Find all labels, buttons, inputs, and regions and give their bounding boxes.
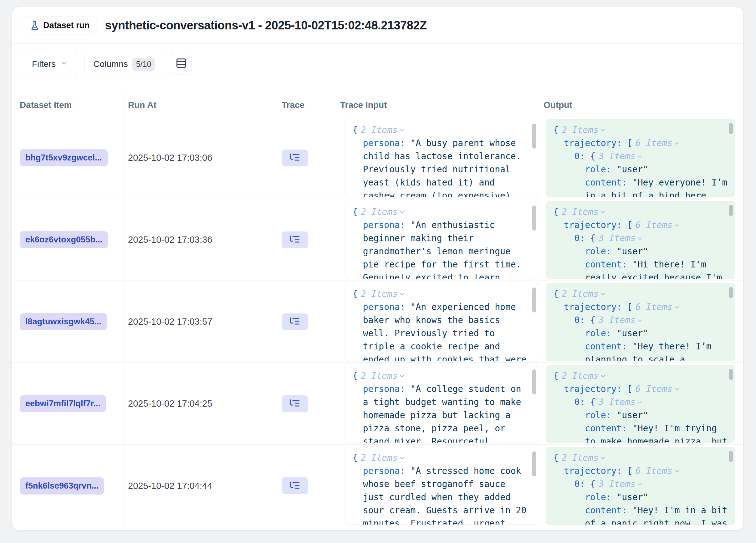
json-key: persona: <box>363 220 405 230</box>
json-content-line: content: "Hi there! I'm really excited b… <box>553 258 730 279</box>
json-collapse-chevron-icon[interactable] <box>674 302 680 312</box>
columns-button[interactable]: Columns 5/10 <box>84 53 164 75</box>
json-items-count[interactable]: 2 Items <box>361 371 398 381</box>
json-items-count[interactable]: 2 Items <box>361 125 398 135</box>
json-collapse-chevron-icon[interactable] <box>637 315 643 325</box>
json-collapse-chevron-icon[interactable] <box>674 384 680 394</box>
json-collapse-chevron-icon[interactable] <box>637 397 643 407</box>
json-items-count[interactable]: 2 Items <box>562 371 599 381</box>
json-trajectory-line: trajectory: [6 Items <box>553 382 730 396</box>
flask-icon <box>30 21 39 30</box>
json-collapse-chevron-icon[interactable] <box>674 220 680 230</box>
json-content-line: content: "Hey everyone! I’m in a bit of … <box>553 176 730 197</box>
json-root-line: {2 Items <box>352 369 529 382</box>
table-row: l8agtuwxisgwk45... 2025-10-02 17:03:57 <box>12 281 743 363</box>
table-header-row: Dataset Item Run At Trace Trace Input Ou… <box>12 93 743 117</box>
json-items-count[interactable]: 3 Items <box>599 233 636 243</box>
json-items-count[interactable]: 2 Items <box>562 207 599 217</box>
json-role-line: role: "user" <box>553 409 730 422</box>
json-collapse-chevron-icon[interactable] <box>399 371 405 381</box>
scrollbar-thumb[interactable] <box>532 451 536 476</box>
scrollbar-thumb[interactable] <box>729 205 733 216</box>
open-trace-button[interactable] <box>282 150 308 167</box>
json-role-line: role: "user" <box>553 491 730 504</box>
scrollbar-thumb[interactable] <box>532 369 536 394</box>
json-collapse-chevron-icon[interactable] <box>399 125 405 135</box>
scrollbar-thumb[interactable] <box>532 287 536 312</box>
dataset-item-id-badge[interactable]: ek6oz6vtoxg055b... <box>20 231 108 249</box>
open-trace-button[interactable] <box>282 477 308 494</box>
output-json-viewer[interactable]: {2 Items trajectory: [6 Items 0: {3 Item… <box>546 201 735 279</box>
scrollbar-thumb[interactable] <box>532 206 536 231</box>
json-collapse-chevron-icon[interactable] <box>600 371 606 381</box>
open-trace-button[interactable] <box>282 313 308 330</box>
json-items-count[interactable]: 6 Items <box>636 384 672 394</box>
trace-input-json-viewer[interactable]: {2 Items persona: "An enthusiastic begin… <box>345 201 538 279</box>
json-items-count[interactable]: 6 Items <box>636 302 672 312</box>
json-collapse-chevron-icon[interactable] <box>399 207 405 217</box>
json-items-count[interactable]: 2 Items <box>361 453 398 463</box>
scrollbar-thumb[interactable] <box>532 124 536 149</box>
table-row: eebwi7mfil7lqlf7r... 2025-10-02 17:04:25 <box>12 363 743 445</box>
json-collapse-chevron-icon[interactable] <box>600 289 606 299</box>
run-at-timestamp: 2025-10-02 17:03:36 <box>128 235 212 245</box>
json-items-count[interactable]: 2 Items <box>562 289 599 299</box>
json-collapse-chevron-icon[interactable] <box>637 479 643 489</box>
scrollbar-thumb[interactable] <box>729 369 733 380</box>
list-tree-icon <box>289 234 300 246</box>
trace-input-json-viewer[interactable]: {2 Items persona: "An experienced home b… <box>345 283 538 361</box>
json-collapse-chevron-icon[interactable] <box>637 233 643 243</box>
open-trace-button[interactable] <box>282 395 308 412</box>
json-collapse-chevron-icon[interactable] <box>600 125 606 135</box>
dataset-item-id-badge[interactable]: l8agtuwxisgwk45... <box>20 313 107 330</box>
json-items-count[interactable]: 3 Items <box>599 479 636 489</box>
json-items-count[interactable]: 6 Items <box>636 220 672 230</box>
filters-button-label: Filters <box>32 59 56 69</box>
column-header-trace: Trace <box>277 93 338 117</box>
column-header-trace-input: Trace Input <box>338 93 541 117</box>
json-index-line: 0: {3 Items <box>553 478 730 491</box>
trace-input-json-viewer[interactable]: {2 Items persona: "A busy parent whose c… <box>345 119 538 197</box>
dataset-item-id-badge[interactable]: eebwi7mfil7lqlf7r... <box>20 395 106 412</box>
json-collapse-chevron-icon[interactable] <box>674 466 680 476</box>
json-collapse-chevron-icon[interactable] <box>399 289 405 299</box>
scrollbar-thumb[interactable] <box>729 287 733 298</box>
json-items-count[interactable]: 2 Items <box>361 207 398 217</box>
json-key: persona: <box>363 138 405 148</box>
json-items-count[interactable]: 3 Items <box>599 315 636 325</box>
chevron-down-icon <box>60 59 68 69</box>
trace-input-json-viewer[interactable]: {2 Items persona: "A college student on … <box>345 365 538 443</box>
json-collapse-chevron-icon[interactable] <box>637 151 643 161</box>
json-collapse-chevron-icon[interactable] <box>399 453 405 463</box>
output-json-viewer[interactable]: {2 Items trajectory: [6 Items 0: {3 Item… <box>546 365 735 443</box>
json-key: persona: <box>363 302 405 312</box>
json-items-count[interactable]: 6 Items <box>636 138 672 148</box>
json-items-count[interactable]: 3 Items <box>599 151 636 161</box>
json-collapse-chevron-icon[interactable] <box>600 453 606 463</box>
output-json-viewer[interactable]: {2 Items trajectory: [6 Items 0: {3 Item… <box>546 119 735 197</box>
dataset-item-id-badge[interactable]: f5nk6lse963qrvn... <box>20 477 104 494</box>
filters-button[interactable]: Filters <box>23 53 77 75</box>
json-items-count[interactable]: 2 Items <box>562 453 599 463</box>
json-items-count[interactable]: 2 Items <box>562 125 599 135</box>
scrollbar-thumb[interactable] <box>729 123 733 134</box>
output-json-viewer[interactable]: {2 Items trajectory: [6 Items 0: {3 Item… <box>546 447 735 525</box>
json-items-count[interactable]: 3 Items <box>599 397 636 407</box>
json-collapse-chevron-icon[interactable] <box>674 138 680 148</box>
toolbar: Filters Columns 5/10 <box>12 44 743 93</box>
json-collapse-chevron-icon[interactable] <box>600 207 606 217</box>
table-scroll-gutter <box>737 363 743 444</box>
row-height-button[interactable] <box>171 54 192 74</box>
table-scroll-gutter <box>737 93 743 117</box>
scrollbar-thumb[interactable] <box>729 451 733 462</box>
json-trajectory-line: trajectory: [6 Items <box>553 137 730 150</box>
column-header-output: Output <box>541 93 737 117</box>
dataset-item-id-badge[interactable]: bhg7t5xv9zgwcel... <box>20 149 108 167</box>
json-items-count[interactable]: 2 Items <box>361 289 398 299</box>
open-trace-button[interactable] <box>282 232 308 249</box>
output-json-viewer[interactable]: {2 Items trajectory: [6 Items 0: {3 Item… <box>546 283 735 361</box>
trace-input-json-viewer[interactable]: {2 Items persona: "A stressed home cook … <box>345 447 538 525</box>
json-items-count[interactable]: 6 Items <box>636 466 672 476</box>
json-role-line: role: "user" <box>553 163 730 176</box>
json-key: persona: <box>363 466 405 476</box>
